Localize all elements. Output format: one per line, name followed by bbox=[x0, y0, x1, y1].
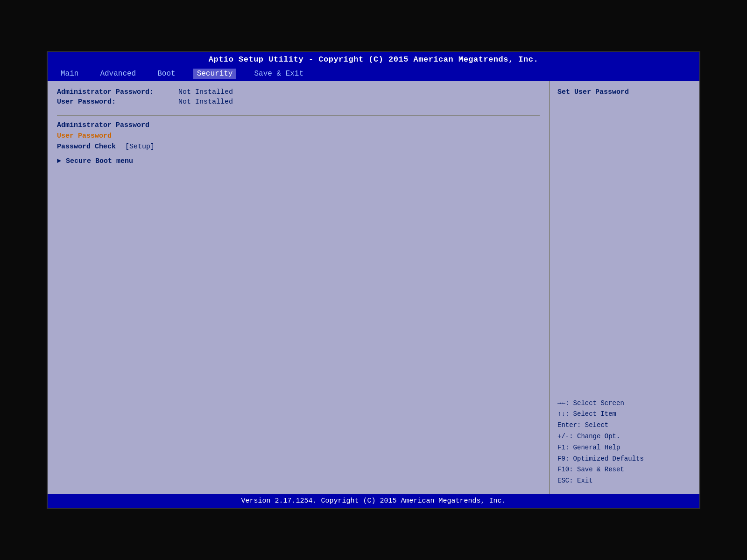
footer-bar: Version 2.17.1254. Copyright (C) 2015 Am… bbox=[48, 494, 699, 508]
keybinds-section: →←: Select Screen ↑↓: Select Item Enter:… bbox=[557, 398, 692, 487]
keybind-f1: F1: General Help bbox=[557, 442, 692, 454]
keybind-f9: F9: Optimized Defaults bbox=[557, 454, 692, 465]
secure-boot-label: Secure Boot menu bbox=[66, 157, 133, 165]
right-divider bbox=[557, 100, 692, 398]
bios-screen: Aptio Setup Utility - Copyright (C) 2015… bbox=[47, 51, 700, 509]
left-panel: Administrator Password: Not Installed Us… bbox=[48, 81, 550, 494]
keybind-change-opt: +/-: Change Opt. bbox=[557, 431, 692, 442]
admin-password-row: Administrator Password: Not Installed bbox=[57, 88, 540, 96]
keybind-enter: Enter: Select bbox=[557, 420, 692, 431]
options-section: Administrator Password User Password Pas… bbox=[57, 121, 540, 151]
keybind-esc: ESC: Exit bbox=[557, 476, 692, 487]
menu-bar: Main Advanced Boot Security Save & Exit bbox=[48, 67, 699, 81]
admin-password-value: Not Installed bbox=[178, 88, 233, 96]
password-check-option-label: Password Check bbox=[57, 143, 116, 151]
menu-item-boot[interactable]: Boot bbox=[154, 69, 179, 79]
title-text: Aptio Setup Utility - Copyright (C) 2015… bbox=[209, 55, 538, 64]
keybind-f10: F10: Save & Reset bbox=[557, 464, 692, 476]
menu-item-save-exit[interactable]: Save & Exit bbox=[250, 69, 307, 79]
keybind-select-item: ↑↓: Select Item bbox=[557, 409, 692, 420]
user-password-option[interactable]: User Password bbox=[57, 132, 540, 140]
admin-password-option[interactable]: Administrator Password bbox=[57, 121, 540, 129]
main-content: Administrator Password: Not Installed Us… bbox=[48, 81, 699, 494]
admin-password-label: Administrator Password: bbox=[57, 88, 178, 96]
info-section: Administrator Password: Not Installed Us… bbox=[57, 88, 540, 106]
password-check-option[interactable]: Password Check [Setup] bbox=[57, 143, 540, 151]
password-check-option-value: [Setup] bbox=[125, 143, 155, 151]
right-panel: Set User Password →←: Select Screen ↑↓: … bbox=[550, 81, 699, 494]
admin-password-option-label: Administrator Password bbox=[57, 121, 149, 129]
menu-item-main[interactable]: Main bbox=[57, 69, 82, 79]
user-password-row: User Password: Not Installed bbox=[57, 98, 540, 106]
secure-boot-menu-item[interactable]: ► Secure Boot menu bbox=[57, 157, 540, 165]
submenu-arrow-icon: ► bbox=[57, 157, 61, 165]
menu-item-security[interactable]: Security bbox=[193, 69, 237, 79]
footer-text: Version 2.17.1254. Copyright (C) 2015 Am… bbox=[241, 497, 506, 505]
keybind-select-screen: →←: Select Screen bbox=[557, 398, 692, 409]
user-password-value: Not Installed bbox=[178, 98, 233, 106]
user-password-label: User Password: bbox=[57, 98, 178, 106]
divider-1 bbox=[57, 115, 540, 116]
help-text: Set User Password bbox=[557, 88, 692, 96]
title-bar: Aptio Setup Utility - Copyright (C) 2015… bbox=[48, 52, 699, 67]
menu-item-advanced[interactable]: Advanced bbox=[96, 69, 140, 79]
user-password-option-label: User Password bbox=[57, 132, 112, 140]
